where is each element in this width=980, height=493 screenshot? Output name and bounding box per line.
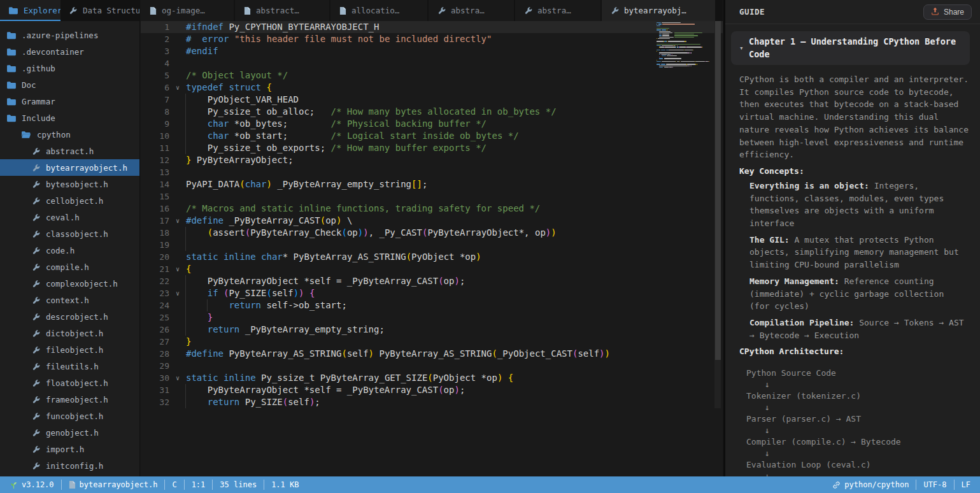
line-number: 7 <box>141 94 169 106</box>
tree-item-funcobject-h[interactable]: funcobject.h <box>0 408 139 424</box>
code-line-27: 27} <box>141 336 723 348</box>
indent-guide <box>185 94 186 106</box>
code-line-10: 10 char *ob_start; /* Logical start insi… <box>141 130 723 142</box>
fold-chevron-icon[interactable]: ∨ <box>169 215 186 227</box>
line-number: 8 <box>141 106 169 118</box>
tree-item-fileutils-h[interactable]: fileutils.h <box>0 358 139 375</box>
code-line-18: 18 (assert(PyByteArray_Check(op)), _Py_C… <box>141 227 723 239</box>
tree-item-initconfig-h[interactable]: initconfig.h <box>0 457 139 474</box>
fold-chevron-icon[interactable]: ∨ <box>169 287 186 299</box>
tree-item-classobject-h[interactable]: classobject.h <box>0 225 139 242</box>
fold-gutter <box>169 360 186 372</box>
code-line-22: 22 PyByteArrayObject *self = _PyByteArra… <box>141 275 723 287</box>
tree-item-cpython[interactable]: cpython <box>0 126 139 143</box>
guide-header: GUIDE Share <box>725 0 980 24</box>
code-text: PyAPI_DATA(char) _PyByteArray_empty_stri… <box>186 178 427 190</box>
status-item-label: C <box>172 480 176 489</box>
tree-item-import-h[interactable]: import.h <box>0 441 139 457</box>
tree-item--devcontainer[interactable]: .devcontainer <box>0 43 139 60</box>
wrench-icon <box>524 6 532 15</box>
status-item-bytearrayobject.h[interactable]: bytearrayobject.h <box>61 480 165 490</box>
status-item-35-lines[interactable]: 35 lines <box>212 480 264 490</box>
code-text: static inline char* PyByteArray_AS_STRIN… <box>186 251 481 263</box>
tree-item-label: .devcontainer <box>22 47 84 57</box>
minimap[interactable] <box>657 22 717 80</box>
key-concept-item-0: Everything is an object: Integers, funct… <box>749 180 967 230</box>
tree-item--azure-pipelines[interactable]: .azure-pipelines <box>0 27 139 43</box>
scrollbar-thumb[interactable] <box>715 21 721 360</box>
editor-scrollbar[interactable] <box>714 21 721 408</box>
code-line-1: 1#ifndef Py_CPYTHON_BYTEARRAYOBJECT_H <box>141 21 723 33</box>
tree-item-frameobject-h[interactable]: frameobject.h <box>0 391 139 408</box>
tree-item-compile-h[interactable]: compile.h <box>0 259 139 275</box>
status-item-1-1[interactable]: 1:1 <box>184 480 213 490</box>
tree-item-label: frameobject.h <box>46 395 108 404</box>
chapter-header[interactable]: ▾ Chapter 1 — Understanding CPython Befo… <box>731 31 970 65</box>
tree-item-bytearrayobject-h[interactable]: bytearrayobject.h <box>0 159 139 176</box>
code-text: } PyByteArrayObject; <box>186 154 294 166</box>
line-number: 4 <box>141 57 169 69</box>
editor-tab-2[interactable]: allocatio… <box>330 0 427 21</box>
tree-item-fileobject-h[interactable]: fileobject.h <box>0 341 139 358</box>
status-item-1.1-kb[interactable]: 1.1 KB <box>264 480 306 490</box>
sidebar-tab-data-structur[interactable]: Data Structur <box>60 0 139 21</box>
tree-item-context-h[interactable]: context.h <box>0 292 139 308</box>
line-number: 13 <box>141 166 169 178</box>
link-icon <box>832 481 841 489</box>
editor-tab-5[interactable]: bytearrayobj… <box>602 0 715 21</box>
tree-item-abstract-h[interactable]: abstract.h <box>0 143 139 159</box>
status-bar: v3.12.0bytearrayobject.hC1:135 lines1.1 … <box>0 476 980 493</box>
tree-item-complexobject-h[interactable]: complexobject.h <box>0 275 139 292</box>
tree-item-Include[interactable]: Include <box>0 110 139 126</box>
tree-item-label: classobject.h <box>46 229 108 239</box>
fold-chevron-icon[interactable]: ∨ <box>169 82 186 94</box>
status-item-lf[interactable]: LF <box>954 480 977 490</box>
code-text: /* Object layout */ <box>186 69 288 82</box>
tree-item-Grammar[interactable]: Grammar <box>0 93 139 110</box>
tree-item-label: .github <box>22 64 55 73</box>
code-area[interactable]: 1#ifndef Py_CPYTHON_BYTEARRAYOBJECT_H2# … <box>141 21 723 408</box>
status-item-utf-8[interactable]: UTF-8 <box>916 480 953 490</box>
folder-icon <box>6 81 16 89</box>
fold-gutter <box>169 324 186 336</box>
line-number: 31 <box>141 384 169 396</box>
tree-item-bytesobject-h[interactable]: bytesobject.h <box>0 176 139 192</box>
down-arrow: ↓ <box>746 471 970 476</box>
tree-item-ceval-h[interactable]: ceval.h <box>0 209 139 225</box>
tree-item-label: fileobject.h <box>46 345 103 355</box>
fold-chevron-icon[interactable]: ∨ <box>169 263 186 275</box>
tree-item-label: compile.h <box>46 262 89 272</box>
tree-item-label: Doc <box>22 80 36 90</box>
tree-item-cellobject-h[interactable]: cellobject.h <box>0 192 139 209</box>
editor-tab-3[interactable]: abstra… <box>429 0 514 21</box>
code-text: PyObject_VAR_HEAD <box>186 94 299 106</box>
status-item-v3.12.0[interactable]: v3.12.0 <box>3 480 61 490</box>
tree-item-code-h[interactable]: code.h <box>0 242 139 259</box>
sidebar-tab-explorer[interactable]: Explorer <box>0 0 60 21</box>
tree-item--github[interactable]: .github <box>0 60 139 76</box>
editor-tab-4[interactable]: abstra… <box>515 0 600 21</box>
wrench-icon <box>32 280 40 288</box>
editor-tab-1[interactable]: abstract… <box>235 0 329 21</box>
tree-item-descrobject-h[interactable]: descrobject.h <box>0 308 139 325</box>
chapter-toggle-icon[interactable]: ▾ <box>731 36 749 61</box>
fold-chevron-icon[interactable]: ∨ <box>169 372 186 384</box>
code-text: #define _PyByteArray_CAST(op) \ <box>186 215 352 227</box>
line-number: 12 <box>141 154 169 166</box>
status-item-c[interactable]: C <box>164 480 183 490</box>
code-text: typedef struct { <box>186 82 272 94</box>
share-button[interactable]: Share <box>923 4 972 20</box>
code-line-31: 31 PyByteArrayObject *self = _PyByteArra… <box>141 384 723 396</box>
status-item-python-cpython[interactable]: python/cpython <box>825 480 916 490</box>
wrench-icon <box>32 180 40 189</box>
line-number: 27 <box>141 336 169 348</box>
tree-item-dictobject-h[interactable]: dictobject.h <box>0 325 139 341</box>
tree-item-genobject-h[interactable]: genobject.h <box>0 424 139 441</box>
line-number: 30 <box>141 372 169 384</box>
tree-item-Doc[interactable]: Doc <box>0 76 139 93</box>
tree-item-floatobject-h[interactable]: floatobject.h <box>0 375 139 391</box>
line-number: 20 <box>141 251 169 263</box>
indent-guide <box>185 118 186 130</box>
tree-item-label: context.h <box>46 296 89 305</box>
editor-tab-0[interactable]: og-image… <box>141 0 234 21</box>
